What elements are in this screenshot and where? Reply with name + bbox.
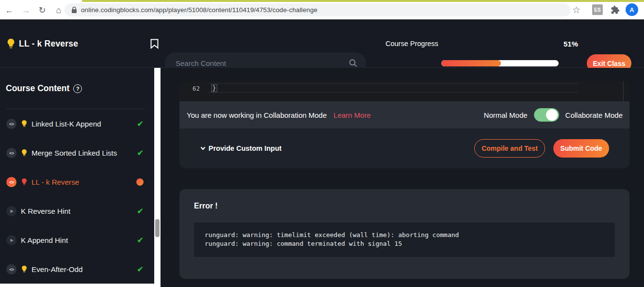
main-content: 62 } You are now working in Collaboratio… [161, 68, 644, 287]
item-status: ✔ [137, 148, 144, 158]
compile-and-test-button[interactable]: Compile and Test [474, 139, 545, 158]
code-line-content: } [211, 84, 217, 92]
course-progress-label: Course Progress [386, 19, 438, 68]
course-progress-fill [441, 60, 501, 66]
error-line: runguard: warning: timelimit exceeded (w… [205, 231, 615, 239]
check-icon: ✔ [137, 120, 144, 128]
learn-more-link[interactable]: Learn More [334, 111, 371, 119]
extensions-puzzle-icon[interactable] [611, 5, 620, 15]
sidebar-list: <> Linked List-K Append ✔ <> Merge Sorte… [0, 109, 154, 284]
line-number: 62 [179, 85, 200, 92]
home-icon[interactable]: ⌂ [53, 3, 64, 17]
code-challenge-card: 62 } You are now working in Collaboratio… [179, 81, 629, 168]
lightbulb-icon [21, 149, 27, 157]
help-question-icon[interactable]: ? [73, 84, 82, 93]
sidebar-item[interactable]: <> LL - k Reverse [0, 167, 154, 196]
sidebar-item[interactable]: <> Even-After-Odd ✔ [0, 255, 154, 284]
check-icon: ✔ [137, 236, 144, 244]
item-status: ✔ [137, 119, 144, 128]
course-progress-percent: 51% [564, 19, 578, 68]
lightbulb-icon [21, 120, 27, 128]
back-icon[interactable]: ← [4, 3, 15, 17]
collaborate-mode-label: Collaborate Mode [565, 111, 623, 119]
url-text: online.codingblocks.com/app/player/51008… [81, 6, 318, 14]
in-progress-dot-icon [136, 178, 144, 186]
search-input[interactable] [176, 59, 349, 67]
active-line-highlight [209, 83, 578, 93]
extension-es-icon[interactable]: ES [592, 4, 603, 15]
play-icon: ▶ [6, 206, 16, 216]
bookmark-icon[interactable] [150, 39, 159, 51]
sidebar-item[interactable]: ▶ K Append Hint ✔ [0, 225, 154, 255]
course-content-sidebar: Course Content ? <> Linked List-K Append… [0, 68, 154, 284]
code-icon: <> [6, 119, 16, 129]
play-icon: ▶ [6, 235, 16, 245]
course-progress-bar [441, 60, 559, 66]
item-status: ✔ [137, 207, 144, 216]
item-status [136, 178, 144, 186]
provide-custom-input-toggle[interactable]: Provide Custom Input [200, 144, 282, 152]
scrollbar-thumb[interactable] [155, 219, 160, 237]
reload-icon[interactable]: ↻ [37, 3, 48, 17]
tab-strip [82, 0, 644, 2]
sidebar-item-label: Merge Sorted Linked Lists [32, 149, 117, 157]
check-icon: ✔ [137, 207, 144, 215]
lock-icon [71, 6, 77, 14]
collaboration-message: You are now working in Collaboration Mod… [187, 111, 327, 119]
sidebar-item-label: Even-After-Odd [32, 265, 83, 273]
item-status: ✔ [137, 265, 144, 274]
page-title: LL - k Reverse [19, 39, 78, 49]
address-bar[interactable]: online.codingblocks.com/app/player/51008… [64, 3, 571, 16]
sidebar-footer [0, 284, 154, 287]
browser-chrome: ← → ↻ ⌂ online.codingblocks.com/app/play… [0, 0, 644, 19]
bookmark-star-icon[interactable]: ☆ [572, 4, 580, 16]
app-header: LL - k Reverse Course Progress 51% Exit … [0, 19, 644, 68]
browser-avatar[interactable]: A [626, 3, 638, 16]
actions-bar: Provide Custom Input Compile and Test Su… [179, 128, 629, 168]
code-icon: <> [6, 148, 16, 158]
normal-mode-label: Normal Mode [484, 111, 528, 119]
sidebar-item[interactable]: <> Linked List-K Append ✔ [0, 109, 154, 138]
lightbulb-icon [7, 38, 15, 49]
code-icon: <> [6, 264, 16, 274]
custom-input-label: Provide Custom Input [209, 144, 282, 152]
forward-icon[interactable]: → [20, 3, 31, 17]
check-icon: ✔ [137, 265, 144, 273]
search-icon[interactable] [349, 59, 357, 67]
error-output: runguard: warning: timelimit exceeded (w… [194, 223, 615, 257]
submit-code-button[interactable]: Submit Code [553, 139, 609, 158]
editor-scrollbar[interactable] [623, 81, 624, 101]
lightbulb-icon [21, 178, 27, 186]
sidebar-item[interactable]: ▶ K Reverse Hint ✔ [0, 196, 154, 225]
check-icon: ✔ [137, 149, 144, 157]
sidebar-item-label: Linked List-K Append [32, 120, 101, 128]
sidebar-item-label: LL - k Reverse [32, 178, 79, 186]
sidebar-item-label: K Reverse Hint [21, 207, 70, 215]
error-title: Error ! [194, 202, 218, 210]
sidebar-scrollbar[interactable] [154, 68, 161, 287]
collaboration-banner: You are now working in Collaboration Mod… [179, 101, 629, 128]
sidebar-item-label: K Append Hint [21, 236, 68, 244]
code-editor[interactable]: 62 } [179, 81, 629, 101]
chevron-down-icon [200, 146, 206, 150]
code-icon: <> [6, 177, 16, 187]
sidebar-title: Course Content [6, 83, 69, 94]
error-panel: Error ! runguard: warning: timelimit exc… [179, 189, 629, 279]
sidebar-item[interactable]: <> Merge Sorted Linked Lists ✔ [0, 138, 154, 167]
lightbulb-icon [21, 265, 27, 273]
item-status: ✔ [137, 236, 144, 245]
error-line: runguard: warning: command terminated wi… [205, 239, 615, 248]
toggle-knob [546, 109, 558, 121]
collaboration-toggle[interactable] [534, 108, 559, 122]
